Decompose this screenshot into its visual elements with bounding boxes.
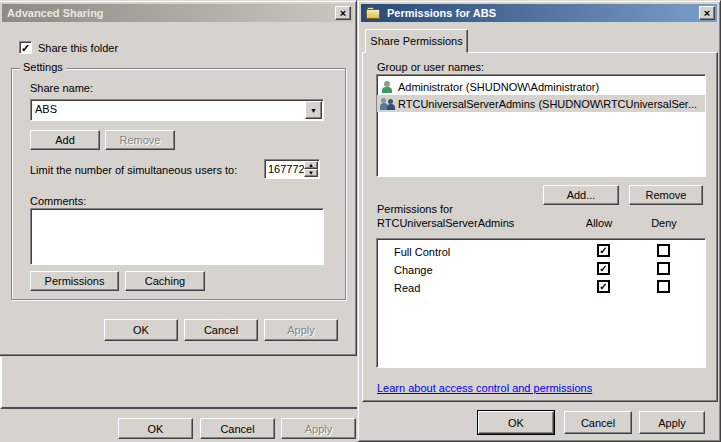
share-this-folder-checkbox[interactable]: ✓ (19, 41, 32, 54)
list-item-rtcuniversalserveradmins[interactable]: RTCUniversalServerAdmins (SHUDNOW\RTCUni… (377, 95, 705, 112)
permission-row-label: Change (394, 264, 433, 276)
apply-button: Apply (264, 319, 338, 341)
permissions-title: Permissions for ABS (387, 7, 496, 19)
add-users-button[interactable]: Add... (543, 185, 619, 205)
folder-icon (366, 7, 382, 20)
close-icon[interactable]: × (335, 6, 351, 20)
allow-column-header: Allow (579, 217, 619, 229)
list-item-label: Administrator (SHUDNOW\Administrator) (398, 81, 599, 93)
desktop: OK Cancel Apply Advanced Sharing × ✓ Sha… (0, 0, 721, 442)
learn-about-access-control-link[interactable]: Learn about access control and permissio… (377, 382, 592, 394)
advanced-sharing-dialog: Advanced Sharing × ✓ Share this folder S… (0, 0, 357, 356)
remove-users-button[interactable]: Remove (629, 185, 703, 205)
advanced-sharing-title: Advanced Sharing (7, 7, 104, 19)
share-name-combobox[interactable]: ABS ▼ (30, 99, 324, 121)
deny-checkbox-full-control[interactable] (657, 244, 670, 257)
permissions-for-abs-dialog: Permissions for ABS × Share Permissions … (357, 0, 721, 442)
remove-button: Remove (105, 130, 175, 150)
allow-checkbox-read[interactable]: ✓ (597, 280, 610, 293)
ok-button[interactable]: OK (478, 411, 554, 434)
permissions-for-label-line2: RTCUniversalServerAdmins (377, 217, 514, 229)
apply-button[interactable]: Apply (639, 411, 705, 434)
list-item-label: RTCUniversalServerAdmins (SHUDNOW\RTCUni… (398, 98, 697, 110)
add-button[interactable]: Add (30, 130, 100, 150)
share-permissions-tabpage: Group or user names: Administrator (SHUD… (362, 52, 718, 402)
permissions-titlebar[interactable]: Permissions for ABS × (361, 4, 717, 22)
advanced-sharing-titlebar[interactable]: Advanced Sharing × (2, 4, 353, 22)
user-limit-value: 167772 (268, 163, 304, 175)
permission-row-label: Read (394, 282, 420, 294)
comments-textarea[interactable] (30, 208, 324, 265)
share-name-label: Share name: (30, 82, 93, 94)
settings-group-legend: Settings (20, 61, 66, 73)
tab-share-permissions[interactable]: Share Permissions (365, 29, 468, 53)
settings-group: Settings Share name: ABS ▼ Add Remove Li… (11, 68, 346, 300)
share-this-folder-label: Share this folder (38, 42, 118, 54)
tab-share-permissions-label: Share Permissions (370, 35, 462, 47)
group-user-listbox[interactable]: Administrator (SHUDNOW\Administrator) RT… (376, 74, 706, 177)
cancel-button[interactable]: Cancel (184, 319, 258, 341)
share-name-value: ABS (35, 103, 57, 115)
background-properties-window: OK Cancel Apply (0, 357, 357, 442)
chevron-down-icon[interactable]: ▼ (305, 101, 322, 119)
group-or-user-names-label: Group or user names: (377, 61, 484, 73)
allow-checkbox-full-control[interactable]: ✓ (597, 244, 610, 257)
list-item-administrator[interactable]: Administrator (SHUDNOW\Administrator) (377, 78, 705, 95)
caching-button[interactable]: Caching (125, 271, 205, 291)
deny-column-header: Deny (644, 217, 684, 229)
user-limit-spinner[interactable]: 167772 ▲ ▼ (264, 159, 320, 179)
close-icon[interactable]: × (699, 6, 715, 20)
cancel-button[interactable]: Cancel (564, 411, 632, 434)
permission-row-label: Full Control (394, 246, 450, 258)
allow-checkbox-change[interactable]: ✓ (597, 262, 610, 275)
ok-button[interactable]: OK (104, 319, 178, 341)
comments-label: Comments: (30, 195, 86, 207)
spin-down-icon[interactable]: ▼ (304, 169, 318, 177)
deny-checkbox-read[interactable] (657, 280, 670, 293)
user-limit-label: Limit the number of simultaneous users t… (30, 164, 237, 176)
permissions-button[interactable]: Permissions (30, 271, 119, 291)
spin-up-icon[interactable]: ▲ (304, 161, 318, 169)
deny-checkbox-change[interactable] (657, 262, 670, 275)
group-users-icon (380, 97, 395, 111)
bg-cancel-button[interactable]: Cancel (200, 418, 275, 439)
permissions-listbox[interactable]: Full Control ✓ Change ✓ Read ✓ (376, 238, 706, 368)
bg-ok-button[interactable]: OK (118, 418, 193, 439)
background-panel (0, 357, 357, 409)
permissions-for-label-line1: Permissions for (377, 203, 453, 215)
single-user-icon (380, 80, 395, 94)
bg-apply-button: Apply (281, 418, 356, 439)
